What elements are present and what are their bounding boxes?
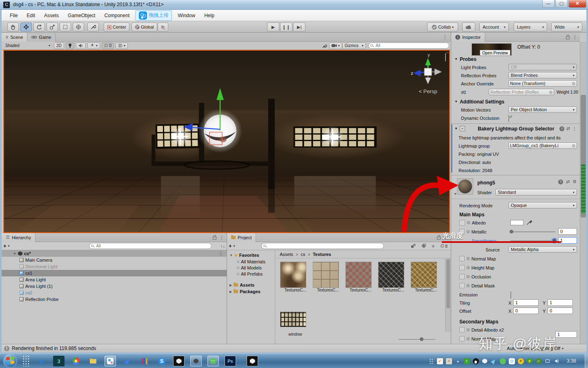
taskbar-winrar-icon[interactable] [139, 356, 150, 366]
taskbar-clock[interactable]: 3:38 [567, 358, 576, 364]
height-map-texture-slot[interactable] [459, 265, 465, 270]
tab-scene[interactable]: #Scene [2, 33, 27, 42]
lock-icon[interactable] [566, 36, 570, 39]
tray-cursor-icon[interactable] [491, 358, 497, 364]
tray-cowtransfer-icon[interactable] [509, 358, 515, 364]
close-button[interactable]: ✕ [568, 0, 586, 8]
rotate-tool-icon[interactable] [33, 22, 45, 31]
scene-camera-dropdown[interactable]: ▾ [329, 43, 342, 49]
move-tool-icon[interactable] [20, 22, 32, 31]
tray-keyboard-icon[interactable]: ⌸ [446, 358, 452, 364]
offset-x-field[interactable]: 0 [513, 307, 539, 314]
tab-project[interactable]: Project [227, 233, 256, 242]
taskbar-unity-icon[interactable] [173, 356, 185, 366]
grid-visibility-dropdown[interactable]: ▾ [116, 43, 128, 49]
additional-settings-foldout[interactable]: ▼Additional Settings [454, 98, 504, 105]
fav-all-materials[interactable]: All Materials [227, 258, 275, 265]
lightmap-group-field[interactable]: LMGroup_cs1 (BakeryLi⊙ [508, 142, 577, 149]
shading-dropdown[interactable]: Shaded▾ [3, 43, 52, 49]
effects-dropdown-icon[interactable]: ▾ [87, 43, 100, 49]
preset-icon[interactable]: ⇄ [566, 179, 570, 184]
tray-volume-icon[interactable]: ) [554, 358, 560, 364]
taskbar-unity-hub-icon[interactable] [190, 356, 202, 366]
rect-tool-icon[interactable] [60, 22, 71, 31]
layers-dropdown[interactable]: Layers▾ [514, 22, 547, 31]
scene-search[interactable] [368, 43, 449, 49]
start-button[interactable] [3, 354, 17, 368]
open-preview-button[interactable]: Open Preview [480, 50, 510, 56]
create-asset-button[interactable]: + [229, 243, 232, 249]
tab-inspector[interactable]: i Inspector [451, 33, 485, 42]
menu-gameobject[interactable]: GameObject [64, 11, 99, 20]
fav-all-models[interactable]: All Models [227, 265, 275, 271]
gizmos-dropdown[interactable]: Gizmos▾ [342, 43, 366, 49]
panel-menu-icon[interactable]: ⋮ [443, 34, 448, 40]
taskbar-bluebird-icon[interactable] [122, 356, 133, 366]
offset-y-field[interactable]: 0 [548, 307, 573, 314]
maximize-button[interactable]: ▢ [555, 0, 568, 8]
audio-toggle-icon[interactable] [76, 43, 86, 49]
asset-tile-window[interactable]: window [280, 306, 310, 337]
show-desktop-button[interactable] [585, 354, 588, 368]
hidden-count[interactable]: ∅8 [440, 243, 448, 249]
bakery-component-header[interactable]: ▼ # Bakery Lightmap Group Selector ? ⇄ ⋮ [454, 125, 577, 132]
step-button[interactable]: ▶| [293, 22, 305, 31]
tray-unity-icon[interactable] [482, 358, 488, 364]
eyedropper-icon[interactable] [526, 220, 532, 225]
metallic-slider[interactable] [510, 231, 555, 232]
tray-wechat-icon[interactable] [500, 358, 506, 364]
menu-component[interactable]: Component [100, 11, 134, 20]
upload-plugin-button[interactable]: 拖拽上传 [135, 10, 172, 21]
occlusion-texture-slot[interactable] [459, 274, 465, 279]
transform-tool-icon[interactable] [73, 22, 84, 31]
secondary-value-field[interactable]: 1 [555, 331, 577, 338]
pivot-toggle-button[interactable]: Center [104, 22, 129, 31]
pause-button[interactable]: ❙❙ [280, 22, 292, 31]
normal-map-2-texture-slot[interactable] [459, 336, 465, 341]
menu-assets[interactable]: Assets [40, 11, 63, 20]
hierarchy-item-area-light-1[interactable]: Area Light (1) [2, 283, 227, 289]
breadcrumb[interactable]: Assets [280, 252, 293, 257]
shader-dropdown[interactable]: Standard▾ [495, 189, 577, 195]
tray-grid-icon[interactable] [429, 358, 434, 364]
taskbar-cowtransfer-icon[interactable] [105, 356, 116, 366]
scene-lock-icon[interactable] [445, 54, 446, 61]
tiling-y-field[interactable]: 1 [548, 299, 573, 306]
albedo-color-swatch[interactable] [510, 220, 523, 225]
status-message[interactable]: Rendering finished in 119.885 seconds [12, 346, 96, 351]
tiling-x-field[interactable]: 1 [513, 299, 539, 306]
tray-shield-bolt-icon[interactable]: ⚡ [527, 358, 533, 364]
cloud-button[interactable] [462, 22, 475, 31]
taskbar-pin-grid-icon[interactable] [23, 356, 30, 366]
taskbar-photoshop-icon[interactable]: Ps [225, 356, 236, 366]
search-by-label-icon[interactable] [421, 243, 426, 249]
hierarchy-item-main-camera[interactable]: Main Camera [2, 257, 227, 263]
project-search[interactable] [261, 243, 384, 249]
panel-menu-icon[interactable]: ⋮ [219, 235, 224, 240]
material-foldout[interactable]: ▼ [454, 191, 457, 197]
collab-dropdown[interactable]: Collab▾ [427, 22, 458, 31]
emission-checkbox[interactable] [510, 292, 511, 299]
asset-tile[interactable]: TexturesC... [345, 262, 376, 292]
lock-icon[interactable] [437, 237, 441, 240]
grid-snap-icon[interactable] [158, 22, 168, 31]
sort-icon[interactable]: ↑↓ [220, 244, 225, 249]
minimize-button[interactable]: — [542, 0, 555, 8]
tray-usb-icon[interactable]: ⇪ [464, 358, 470, 364]
lock-icon[interactable] [213, 237, 216, 240]
albedo-row[interactable]: ⊙Albedo [459, 219, 486, 226]
asset-tile[interactable]: TexturesC... [313, 262, 343, 292]
scene-viewport[interactable]: y z < Persp [3, 50, 450, 233]
asset-tile[interactable]: TexturesC... [378, 262, 408, 292]
scale-tool-icon[interactable] [47, 22, 58, 31]
taskbar-ie-icon[interactable]: e [36, 356, 47, 366]
2d-toggle[interactable]: 2D [54, 43, 64, 49]
tab-game[interactable]: Game [27, 33, 56, 42]
hierarchy-item-cs1[interactable]: cs1 [2, 270, 227, 276]
custom-tool-icon[interactable] [87, 22, 99, 31]
taskbar-3dsmax-icon[interactable]: 3 [53, 356, 65, 366]
menu-file[interactable]: File [6, 11, 22, 20]
metallic-value-field[interactable]: 0 [558, 228, 577, 235]
source-dropdown[interactable]: Metallic Alpha▾ [508, 246, 577, 253]
menu-window[interactable]: Window [174, 11, 199, 20]
